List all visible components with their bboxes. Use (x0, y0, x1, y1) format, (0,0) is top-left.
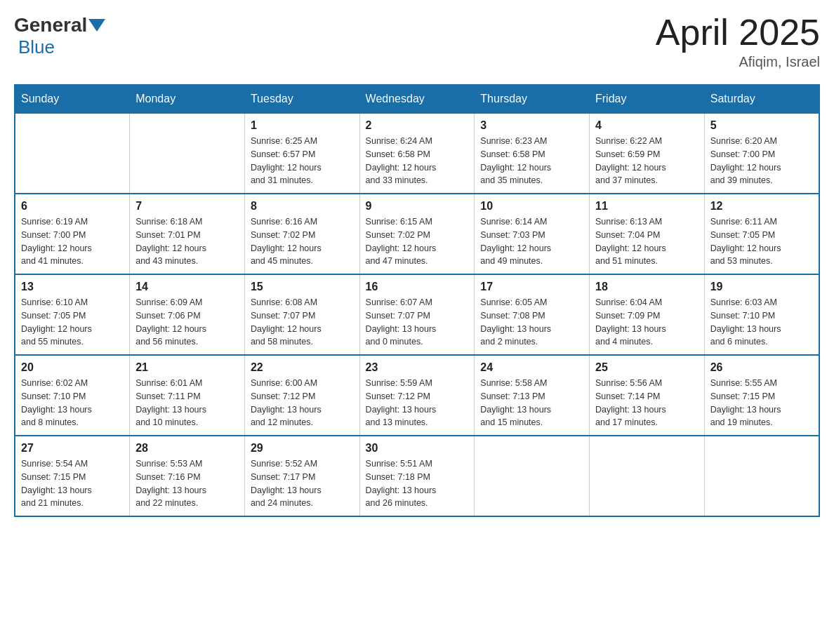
day-info: Sunrise: 6:05 AM Sunset: 7:08 PM Dayligh… (480, 296, 583, 349)
calendar-cell: 15Sunrise: 6:08 AM Sunset: 7:07 PM Dayli… (244, 274, 359, 355)
day-number: 8 (251, 200, 354, 213)
logo-general-text: General (14, 14, 87, 36)
calendar-cell (475, 436, 590, 516)
calendar-cell: 10Sunrise: 6:14 AM Sunset: 7:03 PM Dayli… (475, 194, 590, 274)
day-number: 11 (595, 200, 699, 213)
day-info: Sunrise: 6:09 AM Sunset: 7:06 PM Dayligh… (135, 296, 239, 349)
day-info: Sunrise: 6:00 AM Sunset: 7:12 PM Dayligh… (251, 377, 354, 429)
calendar-cell: 16Sunrise: 6:07 AM Sunset: 7:07 PM Dayli… (359, 274, 475, 355)
calendar-cell: 14Sunrise: 6:09 AM Sunset: 7:06 PM Dayli… (130, 274, 245, 355)
calendar-cell: 18Sunrise: 6:04 AM Sunset: 7:09 PM Dayli… (590, 274, 705, 355)
day-info: Sunrise: 5:56 AM Sunset: 7:14 PM Dayligh… (595, 377, 699, 429)
day-number: 26 (710, 361, 813, 374)
calendar-cell: 11Sunrise: 6:13 AM Sunset: 7:04 PM Dayli… (590, 194, 705, 274)
day-number: 29 (251, 442, 354, 455)
day-info: Sunrise: 5:58 AM Sunset: 7:13 PM Dayligh… (480, 377, 583, 429)
logo-triangle-icon (88, 19, 105, 32)
day-info: Sunrise: 6:03 AM Sunset: 7:10 PM Dayligh… (710, 296, 813, 349)
day-number: 20 (21, 361, 124, 374)
calendar-cell: 4Sunrise: 6:22 AM Sunset: 6:59 PM Daylig… (590, 113, 705, 194)
day-number: 7 (135, 200, 239, 213)
month-title: April 2025 (656, 14, 820, 51)
calendar-cell: 22Sunrise: 6:00 AM Sunset: 7:12 PM Dayli… (244, 355, 359, 436)
calendar-cell: 24Sunrise: 5:58 AM Sunset: 7:13 PM Dayli… (475, 355, 590, 436)
day-number: 24 (480, 361, 583, 374)
week-row-2: 6Sunrise: 6:19 AM Sunset: 7:00 PM Daylig… (15, 194, 819, 274)
day-info: Sunrise: 5:52 AM Sunset: 7:17 PM Dayligh… (251, 457, 354, 510)
calendar-cell (590, 436, 705, 516)
day-number: 10 (480, 200, 583, 213)
day-number: 1 (251, 119, 354, 132)
calendar-cell: 1Sunrise: 6:25 AM Sunset: 6:57 PM Daylig… (244, 113, 359, 194)
day-info: Sunrise: 6:18 AM Sunset: 7:01 PM Dayligh… (135, 215, 239, 268)
calendar-cell: 20Sunrise: 6:02 AM Sunset: 7:10 PM Dayli… (15, 355, 130, 436)
day-number: 22 (251, 361, 354, 374)
logo-blue-text: Blue (18, 36, 55, 58)
calendar-cell: 19Sunrise: 6:03 AM Sunset: 7:10 PM Dayli… (704, 274, 819, 355)
day-info: Sunrise: 6:01 AM Sunset: 7:11 PM Dayligh… (135, 377, 239, 429)
day-info: Sunrise: 6:07 AM Sunset: 7:07 PM Dayligh… (366, 296, 469, 349)
day-number: 5 (710, 119, 813, 132)
day-number: 3 (480, 119, 583, 132)
day-info: Sunrise: 6:22 AM Sunset: 6:59 PM Dayligh… (595, 135, 699, 187)
calendar-cell: 27Sunrise: 5:54 AM Sunset: 7:15 PM Dayli… (15, 436, 130, 516)
calendar-cell: 8Sunrise: 6:16 AM Sunset: 7:02 PM Daylig… (244, 194, 359, 274)
calendar-cell: 12Sunrise: 6:11 AM Sunset: 7:05 PM Dayli… (704, 194, 819, 274)
day-info: Sunrise: 5:53 AM Sunset: 7:16 PM Dayligh… (135, 457, 239, 510)
calendar-cell: 3Sunrise: 6:23 AM Sunset: 6:58 PM Daylig… (475, 113, 590, 194)
weekday-header-thursday: Thursday (475, 85, 590, 113)
calendar-cell: 30Sunrise: 5:51 AM Sunset: 7:18 PM Dayli… (359, 436, 475, 516)
day-info: Sunrise: 6:13 AM Sunset: 7:04 PM Dayligh… (595, 215, 699, 268)
weekday-header-saturday: Saturday (704, 85, 819, 113)
weekday-header-tuesday: Tuesday (244, 85, 359, 113)
day-info: Sunrise: 6:20 AM Sunset: 7:00 PM Dayligh… (710, 135, 813, 187)
day-number: 16 (366, 281, 469, 293)
day-number: 13 (21, 281, 124, 293)
day-number: 6 (21, 200, 124, 213)
day-info: Sunrise: 6:23 AM Sunset: 6:58 PM Dayligh… (480, 135, 583, 187)
day-info: Sunrise: 6:24 AM Sunset: 6:58 PM Dayligh… (366, 135, 469, 187)
day-info: Sunrise: 6:08 AM Sunset: 7:07 PM Dayligh… (251, 296, 354, 349)
day-info: Sunrise: 6:16 AM Sunset: 7:02 PM Dayligh… (251, 215, 354, 268)
day-info: Sunrise: 6:10 AM Sunset: 7:05 PM Dayligh… (21, 296, 124, 349)
day-number: 19 (710, 281, 813, 293)
day-number: 14 (135, 281, 239, 293)
weekday-header-monday: Monday (130, 85, 245, 113)
weekday-header-sunday: Sunday (15, 85, 130, 113)
day-info: Sunrise: 6:15 AM Sunset: 7:02 PM Dayligh… (366, 215, 469, 268)
day-info: Sunrise: 6:04 AM Sunset: 7:09 PM Dayligh… (595, 296, 699, 349)
day-info: Sunrise: 5:59 AM Sunset: 7:12 PM Dayligh… (366, 377, 469, 429)
day-info: Sunrise: 6:02 AM Sunset: 7:10 PM Dayligh… (21, 377, 124, 429)
title-section: April 2025 Afiqim, Israel (656, 14, 820, 70)
calendar-cell: 2Sunrise: 6:24 AM Sunset: 6:58 PM Daylig… (359, 113, 475, 194)
logo: General Blue (14, 14, 107, 58)
day-number: 28 (135, 442, 239, 455)
calendar-cell: 25Sunrise: 5:56 AM Sunset: 7:14 PM Dayli… (590, 355, 705, 436)
day-info: Sunrise: 6:14 AM Sunset: 7:03 PM Dayligh… (480, 215, 583, 268)
calendar-cell: 29Sunrise: 5:52 AM Sunset: 7:17 PM Dayli… (244, 436, 359, 516)
day-number: 9 (366, 200, 469, 213)
day-number: 23 (366, 361, 469, 374)
day-number: 17 (480, 281, 583, 293)
weekday-header-wednesday: Wednesday (359, 85, 475, 113)
calendar-cell: 26Sunrise: 5:55 AM Sunset: 7:15 PM Dayli… (704, 355, 819, 436)
page-header: General Blue April 2025 Afiqim, Israel (14, 14, 820, 70)
day-number: 21 (135, 361, 239, 374)
calendar-cell: 23Sunrise: 5:59 AM Sunset: 7:12 PM Dayli… (359, 355, 475, 436)
day-number: 18 (595, 281, 699, 293)
week-row-3: 13Sunrise: 6:10 AM Sunset: 7:05 PM Dayli… (15, 274, 819, 355)
calendar-table: SundayMondayTuesdayWednesdayThursdayFrid… (14, 84, 820, 517)
weekday-header-row: SundayMondayTuesdayWednesdayThursdayFrid… (15, 85, 819, 113)
calendar-cell: 17Sunrise: 6:05 AM Sunset: 7:08 PM Dayli… (475, 274, 590, 355)
day-number: 12 (710, 200, 813, 213)
calendar-cell: 6Sunrise: 6:19 AM Sunset: 7:00 PM Daylig… (15, 194, 130, 274)
day-number: 25 (595, 361, 699, 374)
day-info: Sunrise: 6:25 AM Sunset: 6:57 PM Dayligh… (251, 135, 354, 187)
location: Afiqim, Israel (656, 54, 820, 70)
week-row-4: 20Sunrise: 6:02 AM Sunset: 7:10 PM Dayli… (15, 355, 819, 436)
day-info: Sunrise: 6:19 AM Sunset: 7:00 PM Dayligh… (21, 215, 124, 268)
day-number: 30 (366, 442, 469, 455)
calendar-cell: 13Sunrise: 6:10 AM Sunset: 7:05 PM Dayli… (15, 274, 130, 355)
day-number: 15 (251, 281, 354, 293)
calendar-cell: 21Sunrise: 6:01 AM Sunset: 7:11 PM Dayli… (130, 355, 245, 436)
